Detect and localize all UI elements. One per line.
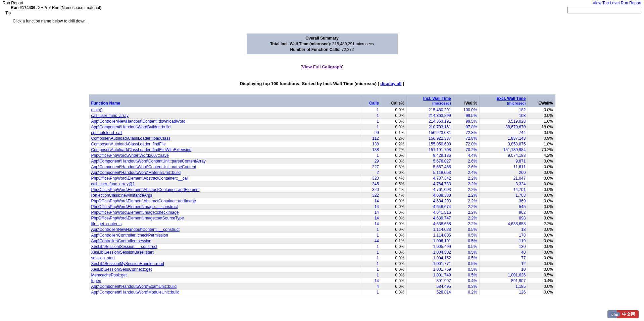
search-input[interactable]: [567, 7, 641, 13]
function-link[interactable]: App\Component\Handout\Word\ModuleUnit::b…: [91, 290, 180, 295]
function-link[interactable]: call_user_func_array@1: [91, 182, 135, 186]
cell-ewt[interactable]: 9,871: [479, 158, 528, 164]
function-link[interactable]: App\Component\Handout\Word\ContentUnit::…: [91, 159, 206, 164]
cell-iwt[interactable]: 1,004,152: [406, 255, 453, 261]
cell-iwall[interactable]: 2.2%: [453, 198, 479, 204]
cell-iwt[interactable]: 151,191,708: [406, 147, 453, 153]
cell-iwt[interactable]: 4,684,293: [406, 198, 453, 204]
cell-iwt[interactable]: 4,787,342: [406, 176, 453, 181]
cell-iwall[interactable]: 0.5%: [453, 261, 479, 267]
function-link[interactable]: PhpOffice\PhpWord\Element\Image::__const…: [91, 204, 178, 209]
function-link[interactable]: session_start: [91, 256, 115, 260]
cell-iwt[interactable]: 4,641,516: [406, 210, 453, 215]
cell-ewt[interactable]: 744: [479, 130, 528, 136]
cell-ewt[interactable]: 18: [479, 227, 528, 233]
function-link[interactable]: App\Component\Handout\Word\MaterialUnit:…: [91, 170, 181, 175]
cell-ewt[interactable]: 1,185: [479, 284, 528, 290]
cell-iwt[interactable]: 1,001,759: [406, 267, 453, 272]
cell-iwall[interactable]: 0.5%: [453, 255, 479, 261]
cell-calls[interactable]: 1: [361, 113, 381, 119]
view-top-level-link[interactable]: View Top Level Run Report: [593, 1, 641, 5]
cell-ewt[interactable]: 12: [479, 261, 528, 267]
cell-iwt[interactable]: 1,005,499: [406, 244, 453, 250]
display-all-link[interactable]: display all: [381, 81, 402, 86]
function-link[interactable]: App\Component\Handout\Word\ExamUnit::bui…: [91, 284, 177, 289]
function-link[interactable]: XesLib\Session\MySessionHandler::read: [91, 261, 164, 266]
cell-iwt[interactable]: 4,761,093: [406, 187, 453, 193]
cell-iwall[interactable]: 72.0%: [453, 141, 479, 147]
cell-iwall[interactable]: 2.2%: [453, 187, 479, 193]
col-incl-wall-time[interactable]: Incl. Wall Time(microsec): [423, 96, 451, 106]
function-link[interactable]: Composer\Autoload\ClassLoader::loadClass: [91, 136, 170, 141]
function-link[interactable]: App\Component\Handout\Word\ContentUnit::…: [91, 165, 196, 169]
cell-ewt[interactable]: 545: [479, 204, 528, 210]
function-link[interactable]: spl_autoload_call: [91, 130, 122, 135]
function-link[interactable]: file_get_contents: [91, 221, 122, 226]
cell-ewt[interactable]: 369: [479, 198, 528, 204]
cell-ewt[interactable]: 21,047: [479, 176, 528, 181]
cell-iwall[interactable]: 2.2%: [453, 215, 479, 221]
cell-iwt[interactable]: 1,001,771: [406, 261, 453, 267]
cell-iwt[interactable]: 528,814: [406, 290, 453, 295]
cell-ewt[interactable]: 962: [479, 210, 528, 215]
function-link[interactable]: App\Controller\NewHandout\Content::downl…: [91, 119, 186, 124]
cell-ewt[interactable]: 108: [479, 113, 528, 119]
cell-iwt[interactable]: 1,006,101: [406, 238, 453, 244]
cell-iwall[interactable]: 0.2%: [453, 290, 479, 295]
cell-iwt[interactable]: 156,922,337: [406, 136, 453, 141]
function-link[interactable]: PhpOffice\PhpWord\Element\AbstractContai…: [91, 187, 200, 192]
cell-calls[interactable]: 1: [361, 250, 381, 255]
cell-ewt[interactable]: 77: [479, 255, 528, 261]
cell-iwt[interactable]: 5,676,027: [406, 158, 453, 164]
cell-calls[interactable]: 138: [361, 141, 381, 147]
cell-ewt[interactable]: 11,611: [479, 164, 528, 170]
cell-calls[interactable]: 1: [361, 119, 381, 124]
cell-iwall[interactable]: 2.6%: [453, 158, 479, 164]
cell-calls[interactable]: 112: [361, 136, 381, 141]
cell-calls[interactable]: 4: [361, 284, 381, 290]
cell-ewt[interactable]: 1,703: [479, 193, 528, 198]
function-link[interactable]: PhpOffice\PhpWord\Element\AbstractContai…: [91, 176, 189, 181]
function-link[interactable]: MemcachePool::get: [91, 273, 127, 277]
cell-ewt[interactable]: 40: [479, 250, 528, 255]
function-link[interactable]: App\Component\Handout\WordBuilder::build: [91, 125, 171, 129]
cell-calls[interactable]: 14: [361, 210, 381, 215]
function-link[interactable]: PhpOffice\PhpWord\Element\Image::setSour…: [91, 216, 184, 220]
cell-ewt[interactable]: 1,837,143: [479, 136, 528, 141]
cell-iwt[interactable]: 214,363,299: [406, 113, 453, 119]
cell-ewt[interactable]: 1,001,626: [479, 272, 528, 278]
cell-iwt[interactable]: 4,646,674: [406, 204, 453, 210]
cell-calls[interactable]: 320: [361, 176, 381, 181]
cell-iwt[interactable]: 584,495: [406, 284, 453, 290]
function-link[interactable]: XesLib\Session\SessConnect::get: [91, 267, 152, 272]
cell-ewt[interactable]: 182: [479, 107, 528, 113]
function-link[interactable]: XesLib\Session\Session::__construct: [91, 244, 157, 249]
cell-calls[interactable]: 1: [361, 244, 381, 250]
cell-iwt[interactable]: 891,907: [406, 278, 453, 284]
cell-iwall[interactable]: 2.2%: [453, 193, 479, 198]
cell-calls[interactable]: 1: [361, 290, 381, 295]
function-link[interactable]: Composer\Autoload\ClassLoader::findFileW…: [91, 147, 192, 152]
cell-calls[interactable]: 1: [361, 261, 381, 267]
cell-calls[interactable]: 1: [361, 153, 381, 158]
cell-calls[interactable]: 345: [361, 181, 381, 187]
cell-calls[interactable]: 227: [361, 164, 381, 170]
function-link[interactable]: ReflectionClass::newInstanceArgs: [91, 193, 152, 198]
cell-iwt[interactable]: 4,638,658: [406, 221, 453, 227]
cell-ewt[interactable]: 10: [479, 267, 528, 272]
cell-iwt[interactable]: 5,118,053: [406, 170, 453, 176]
cell-iwt[interactable]: 1,004,502: [406, 250, 453, 255]
cell-iwall[interactable]: 2.2%: [453, 176, 479, 181]
cell-iwall[interactable]: 70.2%: [453, 147, 479, 153]
cell-ewt[interactable]: 891,907: [479, 278, 528, 284]
cell-iwall[interactable]: 2.4%: [453, 170, 479, 176]
cell-ewt[interactable]: 119: [479, 238, 528, 244]
cell-ewt[interactable]: 4,638,658: [479, 221, 528, 227]
cell-iwall[interactable]: 0.3%: [453, 284, 479, 290]
cell-ewt[interactable]: 14,701: [479, 187, 528, 193]
function-link[interactable]: PhpOffice\PhpWord\Element\AbstractContai…: [91, 199, 196, 203]
cell-calls[interactable]: 1: [361, 267, 381, 272]
cell-iwt[interactable]: 1,001,749: [406, 272, 453, 278]
cell-iwall[interactable]: 2.2%: [453, 210, 479, 215]
cell-iwall[interactable]: 0.4%: [453, 278, 479, 284]
